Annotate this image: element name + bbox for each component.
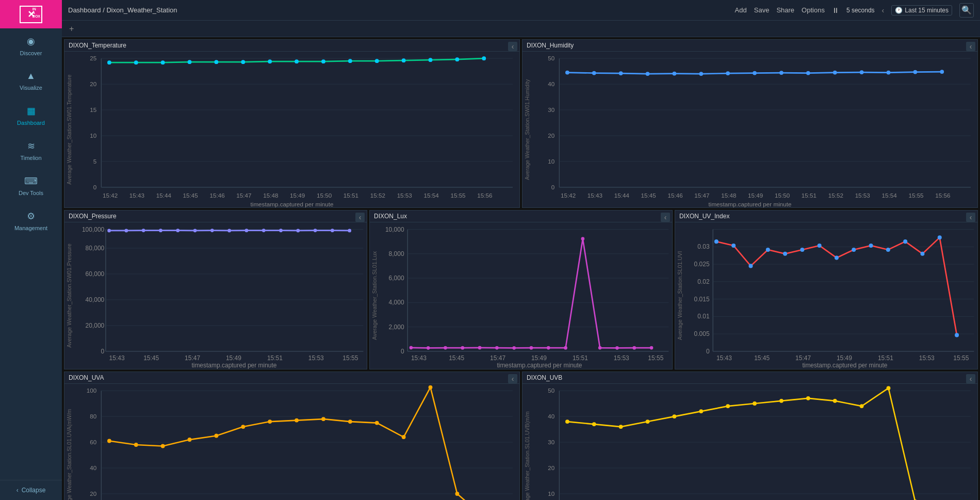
svg-text:15:50: 15:50 <box>775 192 790 199</box>
svg-text:10: 10 <box>548 158 554 165</box>
sidebar-item-visualize[interactable]: ▲ Visualize <box>0 63 62 98</box>
lux-nav-btn[interactable]: ‹ <box>661 213 670 222</box>
svg-text:15: 15 <box>90 106 96 113</box>
svg-point-38 <box>295 59 299 63</box>
topbar-actions: Add Save Share Options ⏸ 5 seconds ‹ 🕐 L… <box>735 3 974 18</box>
search-button[interactable]: 🔍 <box>959 3 974 18</box>
svg-text:0.015: 0.015 <box>694 296 710 303</box>
devtools-icon: ⌨ <box>24 175 38 187</box>
svg-point-164 <box>598 346 602 350</box>
svg-text:0: 0 <box>93 184 97 190</box>
svg-text:10,000: 10,000 <box>385 226 404 233</box>
sidebar-item-dashboard[interactable]: ▦ Dashboard <box>0 98 62 133</box>
svg-point-34 <box>188 60 192 64</box>
svg-point-248 <box>321 417 325 421</box>
sidebar-item-management[interactable]: ⚙ Management <box>0 203 62 238</box>
interval-label: 5 seconds <box>846 7 875 14</box>
add-tab-button[interactable]: + <box>66 23 77 35</box>
humidity-svg: Average Weather_Station.SW01.Humidity 0 … <box>522 52 977 207</box>
svg-point-117 <box>142 229 145 232</box>
uvb-svg: Average Weather_Station.SL01.UVB(m/m 0 1… <box>522 384 977 500</box>
svg-point-127 <box>314 229 317 232</box>
nav-arrow-left[interactable]: ‹ <box>882 6 885 14</box>
sidebar-item-devtools[interactable]: ⌨ Dev Tools <box>0 168 62 203</box>
humidity-title: DIXON_Humidity <box>522 40 977 52</box>
lux-svg: Average Weather_Station.SL01.Lux 0 2,000… <box>370 222 672 369</box>
pause-icon[interactable]: ⏸ <box>832 6 839 14</box>
options-button[interactable]: Options <box>802 6 825 14</box>
svg-point-244 <box>215 434 219 438</box>
lux-chart: Average Weather_Station.SL01.Lux 0 2,000… <box>370 222 672 369</box>
svg-text:15:51: 15:51 <box>573 355 588 362</box>
svg-text:6,000: 6,000 <box>389 275 404 282</box>
svg-point-203 <box>869 244 873 248</box>
svg-point-39 <box>321 59 325 63</box>
svg-point-251 <box>402 435 406 439</box>
svg-text:15:56: 15:56 <box>477 192 493 199</box>
temperature-svg: Average Weather_Station.SW01.Temperature… <box>64 52 519 207</box>
svg-point-155 <box>444 346 447 350</box>
svg-text:15:47: 15:47 <box>185 355 200 362</box>
svg-point-126 <box>296 229 300 233</box>
svg-text:15:51: 15:51 <box>878 355 893 362</box>
sidebar-item-discover[interactable]: ◉ Discover <box>0 28 62 63</box>
svg-text:Average Weather_Station.SW01.P: Average Weather_Station.SW01.Pressure <box>66 244 72 348</box>
humidity-panel: DIXON_Humidity ‹ Average Weather_Station… <box>522 39 978 208</box>
share-button[interactable]: Share <box>776 6 794 14</box>
save-button[interactable]: Save <box>754 6 770 14</box>
uva-title: DIXON_UVA <box>64 372 519 384</box>
uva-nav-btn[interactable]: ‹ <box>508 374 517 383</box>
svg-text:15:45: 15:45 <box>754 355 770 362</box>
svg-point-158 <box>495 346 499 350</box>
svg-point-87 <box>833 71 837 75</box>
svg-text:15:42: 15:42 <box>103 192 118 199</box>
time-interval[interactable]: 5 seconds <box>846 7 875 14</box>
svg-point-206 <box>920 252 924 256</box>
clock-icon: 🕐 <box>895 7 903 14</box>
svg-text:50: 50 <box>548 55 554 61</box>
uvb-panel: DIXON_UVB ‹ Average Weather_Station.SL01… <box>522 372 978 500</box>
svg-text:15:43: 15:43 <box>129 192 145 199</box>
svg-text:0.025: 0.025 <box>694 261 710 268</box>
svg-point-245 <box>241 425 245 429</box>
uv-index-title: DIXON_UV_Index <box>675 211 977 222</box>
temperature-panel: DIXON_Temperature ‹ Average Weather_Stat… <box>64 39 520 208</box>
svg-text:15:49: 15:49 <box>748 192 763 199</box>
svg-point-119 <box>176 229 179 233</box>
pressure-nav-btn[interactable]: ‹ <box>355 213 365 222</box>
add-button[interactable]: Add <box>735 6 747 14</box>
main-content: Dashboard / Dixon_Weather_Station Add Sa… <box>62 0 980 500</box>
svg-point-31 <box>107 60 111 64</box>
svg-point-167 <box>650 346 654 350</box>
svg-text:timestamp.captured per minute: timestamp.captured per minute <box>251 201 334 207</box>
svg-text:timestamp.captured per minute: timestamp.captured per minute <box>709 201 792 207</box>
svg-text:40: 40 <box>548 80 554 87</box>
svg-text:15:42: 15:42 <box>561 192 576 199</box>
svg-text:0.005: 0.005 <box>694 330 710 337</box>
humidity-nav-btn[interactable]: ‹ <box>966 42 975 51</box>
svg-text:25: 25 <box>90 55 96 61</box>
uv-index-svg: Average Weather_Station.SL01.UVI 0 0.005 <box>675 222 977 369</box>
svg-point-297 <box>860 404 864 408</box>
uv-index-nav-btn[interactable]: ‹ <box>966 213 975 222</box>
svg-point-85 <box>779 71 783 75</box>
svg-text:100: 100 <box>87 387 97 394</box>
temperature-nav-btn[interactable]: ‹ <box>508 42 517 51</box>
svg-text:5: 5 <box>93 158 97 165</box>
sidebar-item-timelion[interactable]: ≋ Timelion <box>0 133 62 168</box>
svg-point-154 <box>427 346 430 350</box>
svg-point-43 <box>429 58 433 62</box>
uvb-nav-btn[interactable]: ‹ <box>966 374 975 383</box>
svg-text:8,000: 8,000 <box>389 250 404 257</box>
svg-point-163 <box>581 237 585 241</box>
logo: ✕ INABOX <box>0 0 62 28</box>
time-range[interactable]: 🕐 Last 15 minutes <box>891 5 952 15</box>
breadcrumb-dashboard[interactable]: Dashboard <box>68 6 101 14</box>
svg-text:15:53: 15:53 <box>919 355 935 362</box>
svg-text:15:53: 15:53 <box>855 192 871 199</box>
svg-point-207 <box>938 236 942 240</box>
svg-text:Average Weather_Station.SW01.T: Average Weather_Station.SW01.Temperature <box>67 74 72 185</box>
collapse-button[interactable]: ‹ Collapse <box>0 480 62 500</box>
svg-point-125 <box>279 229 283 233</box>
svg-text:60,000: 60,000 <box>86 270 105 278</box>
